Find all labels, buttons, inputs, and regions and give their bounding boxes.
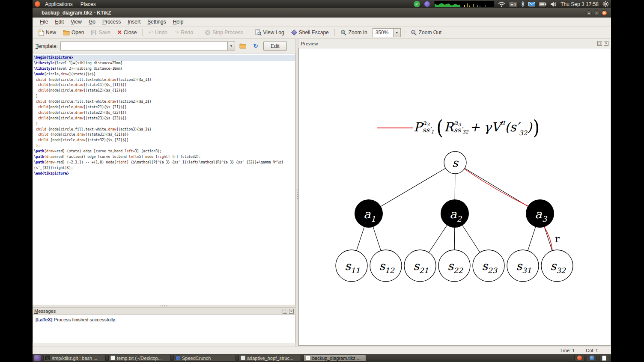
volume-icon[interactable] [550, 2, 557, 7]
stop-process-icon [205, 30, 211, 36]
chevron-down-icon[interactable] [393, 29, 400, 37]
maximize-button[interactable] [594, 10, 599, 16]
code-line: child {node[circle,draw](state31){$s_{31… [34, 132, 295, 138]
code-line: child {node[circle,fill,text=white,draw]… [34, 99, 295, 105]
chevron-down-icon[interactable] [227, 42, 235, 50]
wifi-icon[interactable] [498, 2, 505, 7]
bluetooth-icon[interactable] [521, 1, 525, 7]
editor-app-icon [602, 356, 606, 361]
window-titlebar[interactable]: backup_diagram.tikz - KTikZ [33, 8, 611, 18]
detach-pane-icon[interactable] [283, 309, 287, 314]
distributor-logo-icon[interactable] [35, 1, 40, 7]
menu-help[interactable]: Help [170, 18, 187, 26]
updates-ok-icon[interactable] [414, 1, 420, 7]
task-item-backup-diagram[interactable]: backup_diagram.tikz ... [304, 355, 366, 362]
node-s22 [438, 250, 470, 282]
label-s: s [452, 156, 459, 169]
code-line: \end{tikzpicture} [34, 171, 295, 177]
save-button[interactable]: Save [88, 28, 113, 37]
mail-icon[interactable] [528, 2, 535, 6]
system-monitor-applet[interactable] [434, 1, 494, 7]
menu-file[interactable]: File [36, 18, 51, 26]
close-pane-icon[interactable] [289, 309, 294, 314]
formula-arg-idx: 32 [519, 129, 527, 137]
close-window-button[interactable] [602, 10, 607, 16]
menu-view[interactable]: View [67, 18, 85, 26]
clock[interactable]: Thu Sep 3 17:58 [561, 1, 599, 7]
status-line-indicator: Line: 1 [561, 348, 575, 353]
code-line: \tikzstyle{level 2}=[sibling distance=10… [34, 66, 295, 72]
menu-insert[interactable]: Insert [124, 18, 144, 26]
vertical-splitter[interactable] [295, 39, 298, 347]
formula-arg-open: (s′ [505, 120, 519, 134]
code-line: \path[draw=red] (action3) edge [curve to… [34, 154, 295, 160]
task-item-tempfile[interactable]: temp.txt (~/Desktop... [108, 355, 171, 362]
applications-menu[interactable]: Applications [42, 1, 76, 7]
log-tag: [LaTeX] [36, 317, 53, 322]
preview-header: Preview [298, 39, 611, 48]
shell-escape-button[interactable]: Shell Escape [288, 28, 332, 37]
keyboard-layout-indicator[interactable]: En [509, 2, 517, 7]
close-file-button[interactable]: Close [114, 28, 140, 37]
formula-P-scripts: a3 ss′1 [423, 119, 434, 134]
redo-button[interactable]: Redo [171, 28, 196, 37]
formula-rparen: ) [533, 117, 540, 137]
save-icon [91, 30, 97, 36]
task-item-speedcrunch[interactable]: SpeedCrunch [173, 355, 236, 362]
preview-title: Preview [301, 41, 318, 46]
view-log-button[interactable]: View Log [252, 28, 287, 37]
node-s32 [541, 250, 573, 282]
task-item-bash[interactable]: /tmp/ktikz.git : bash ... [43, 355, 106, 362]
undo-icon [148, 30, 153, 36]
task-item-adaptive-hopf[interactable]: adaptive_hopf_struc... [239, 355, 301, 362]
node-s21 [404, 250, 436, 282]
menu-go[interactable]: Go [85, 18, 99, 26]
tray-icon-1[interactable] [574, 355, 584, 362]
new-document-icon [39, 30, 44, 36]
menu-edit[interactable]: Edit [51, 18, 67, 26]
toolbar-separator [405, 29, 405, 36]
undo-button[interactable]: Undo [145, 28, 170, 37]
template-row: Template: Edit [33, 39, 298, 53]
session-gear-icon[interactable] [602, 1, 609, 7]
sync-indicator-icon[interactable] [424, 1, 430, 7]
code-line: child {node[circle,draw](state32){$s_{32… [34, 138, 295, 143]
code-line: } [34, 122, 295, 127]
tray-icon-3[interactable] [599, 355, 609, 362]
top-panel: Applications Places [33, 0, 611, 8]
zoom-in-button[interactable]: Zoom In [337, 28, 370, 37]
stop-process-button[interactable]: Stop Process [202, 28, 246, 37]
places-menu[interactable]: Places [78, 1, 99, 7]
node-s11 [336, 250, 367, 282]
reload-template-button[interactable] [250, 41, 261, 51]
node-s31 [507, 250, 539, 282]
window-title: backup_diagram.tikz - KTikZ [42, 10, 111, 16]
edit-template-button[interactable]: Edit [263, 41, 287, 51]
menu-process[interactable]: Process [99, 18, 124, 26]
messages-header-buttons [283, 309, 294, 314]
detach-pane-icon[interactable] [597, 41, 602, 46]
launcher-icon[interactable] [34, 355, 41, 361]
zoom-out-button[interactable]: Zoom Out [408, 28, 444, 37]
shell-escape-icon [291, 30, 297, 36]
menu-bar: File Edit View Go Process Insert Setting… [33, 18, 611, 27]
menu-settings[interactable]: Settings [144, 18, 169, 26]
code-lines: \begin{tikzpicture}\tikzstyle{level 1}=[… [34, 55, 295, 177]
code-line: child {node[circle,fill,text=white,draw]… [34, 127, 295, 133]
messages-header: Messages [33, 307, 295, 315]
toolbar-separator [199, 29, 199, 36]
messages-log[interactable]: [LaTeX] Process finished successfully. [33, 315, 295, 343]
tray-icon-2[interactable] [587, 355, 597, 362]
zoom-level-select[interactable]: 350% [373, 28, 401, 37]
code-editor[interactable]: \begin{tikzpicture}\tikzstyle{level 1}=[… [33, 53, 295, 305]
formula-pi-sup: π [501, 118, 505, 126]
new-button[interactable]: New [36, 28, 59, 37]
template-combobox[interactable] [60, 42, 235, 50]
close-pane-icon[interactable] [604, 41, 608, 46]
document-icon [241, 356, 245, 360]
minimize-button[interactable] [586, 10, 592, 16]
battery-icon[interactable] [539, 2, 546, 6]
open-button[interactable]: Open [60, 28, 87, 37]
browse-template-button[interactable] [238, 41, 248, 51]
preview-header-buttons [597, 41, 608, 46]
